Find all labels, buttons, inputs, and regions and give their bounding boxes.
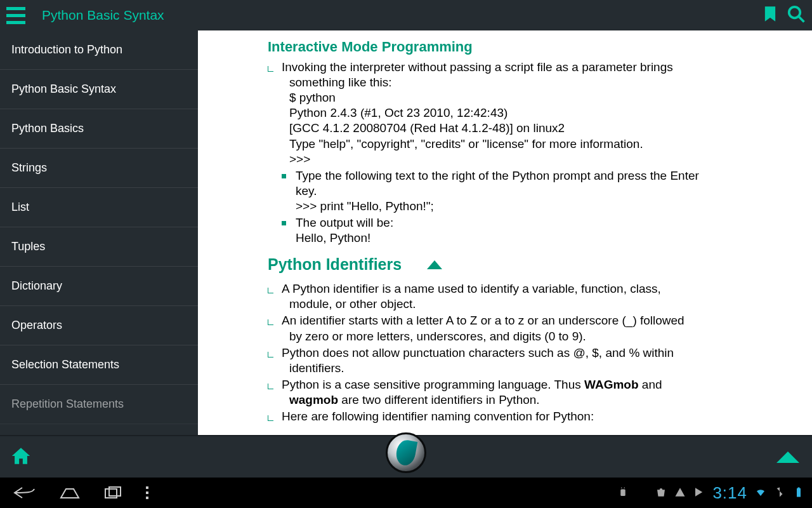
sidebar-item-list[interactable]: List <box>0 188 198 227</box>
list-item: The output will be: Hello, Python! <box>268 215 793 246</box>
play-store-icon <box>693 486 705 500</box>
android-navigation-bar: 3:14 <box>0 478 812 508</box>
search-icon[interactable] <box>787 4 806 26</box>
content-text: [GCC 4.1.2 20080704 (Red Hat 4.1.2-48)] … <box>282 121 793 136</box>
content-area[interactable]: Interactive Mode Programming Invoking th… <box>198 30 812 435</box>
section-title-identifiers[interactable]: Python Identifiers <box>268 255 793 275</box>
section-title-label: Python Identifiers <box>268 255 402 275</box>
home-button[interactable] <box>52 483 88 503</box>
content-text: A Python identifier is a name used to id… <box>282 281 793 297</box>
back-button[interactable] <box>8 483 43 503</box>
home-icon[interactable] <box>10 445 32 469</box>
list-item: Python is a case sensitive programming l… <box>268 377 793 408</box>
overflow-menu-icon[interactable] <box>146 486 148 499</box>
usb-icon <box>636 486 648 500</box>
list-item: Invoking the interpreter without passing… <box>268 60 793 167</box>
sidebar-item-introduction[interactable]: Introduction to Python <box>0 30 198 70</box>
content-text: key. <box>296 184 793 199</box>
content-text: >>> print "Hello, Python!"; <box>296 199 793 214</box>
sidebar-item-selection[interactable]: Selection Statements <box>0 345 198 385</box>
content-text: Python is a case sensitive programming l… <box>282 377 793 392</box>
content-text: Invoking the interpreter without passing… <box>282 60 793 75</box>
svg-line-1 <box>799 17 804 22</box>
content-text: The output will be: <box>296 215 793 231</box>
svg-point-5 <box>621 487 622 488</box>
list-item: An identifier starts with a letter A to … <box>268 313 793 344</box>
content-text: An identifier starts with a letter A to … <box>282 313 793 328</box>
sidebar-item-basic-syntax[interactable]: Python Basic Syntax <box>0 70 198 109</box>
android-debug-icon <box>617 486 629 500</box>
section-title-interactive: Interactive Mode Programming <box>268 38 793 56</box>
sidebar-item-tuples[interactable]: Tuples <box>0 227 198 267</box>
sidebar-item-dictionary[interactable]: Dictionary <box>0 267 198 306</box>
app-logo-icon <box>395 439 417 467</box>
content-text: >>> <box>282 152 793 167</box>
collapse-icon[interactable] <box>427 260 442 269</box>
list-item: A Python identifier is a name used to id… <box>268 281 793 312</box>
expand-up-icon[interactable] <box>776 451 799 463</box>
bullet-icon <box>268 60 277 167</box>
content-text: module, or other object. <box>282 297 793 312</box>
content-text: $ python <box>282 90 793 105</box>
content-text: by zero or more letters, underscores, an… <box>282 329 793 344</box>
svg-rect-7 <box>797 488 801 497</box>
recent-apps-button[interactable] <box>96 483 132 503</box>
sidebar-item-strings[interactable]: Strings <box>0 149 198 188</box>
status-area[interactable]: 3:14 <box>617 483 804 503</box>
content-text: Hello, Python! <box>296 231 793 246</box>
svg-point-6 <box>624 487 625 488</box>
bullet-icon <box>282 215 291 246</box>
app-bottom-bar <box>0 435 812 478</box>
sidebar-item-operators[interactable]: Operators <box>0 306 198 345</box>
svg-rect-8 <box>798 487 800 488</box>
content-text: Python 2.4.3 (#1, Oct 23 2010, 12:42:43) <box>282 105 793 121</box>
content-text: Python does not allow punctuation charac… <box>282 345 793 361</box>
app-logo-button[interactable] <box>386 432 426 473</box>
bookmark-icon[interactable] <box>761 5 779 25</box>
menu-icon[interactable] <box>6 4 29 27</box>
content-text: something like this: <box>282 75 793 90</box>
sidebar-item-basics[interactable]: Python Basics <box>0 109 198 149</box>
list-item: Python does not allow punctuation charac… <box>268 345 793 376</box>
bullet-icon <box>268 409 277 424</box>
list-item: Type the following text to the right of … <box>268 168 793 214</box>
page-title: Python Basic Syntax <box>42 8 164 23</box>
bullet-icon <box>268 345 277 376</box>
sidebar-item-repetition[interactable]: Repetition Statements <box>0 385 198 424</box>
list-item: Here are following identifier naming con… <box>268 409 793 424</box>
svg-rect-4 <box>621 489 626 496</box>
svg-point-0 <box>789 7 801 18</box>
content-text: Here are following identifier naming con… <box>282 409 793 424</box>
content-text: identifiers. <box>282 361 793 376</box>
bullet-icon <box>268 377 277 408</box>
bullet-icon <box>268 281 277 312</box>
battery-icon <box>793 486 804 500</box>
content-text: wagmob are two different identifiers in … <box>282 392 793 408</box>
clock: 3:14 <box>712 483 747 503</box>
sidebar: Introduction to Python Python Basic Synt… <box>0 30 198 435</box>
content-text: Type "help", "copyright", "credits" or "… <box>282 137 793 152</box>
shopping-bag-icon <box>655 486 667 500</box>
bullet-icon <box>268 313 277 344</box>
content-text: Type the following text to the right of … <box>296 168 793 184</box>
bluetooth-icon <box>774 486 785 500</box>
bullet-icon <box>282 168 291 214</box>
warning-icon <box>674 486 686 500</box>
wifi-icon <box>755 486 766 500</box>
app-header: Python Basic Syntax <box>0 0 812 30</box>
